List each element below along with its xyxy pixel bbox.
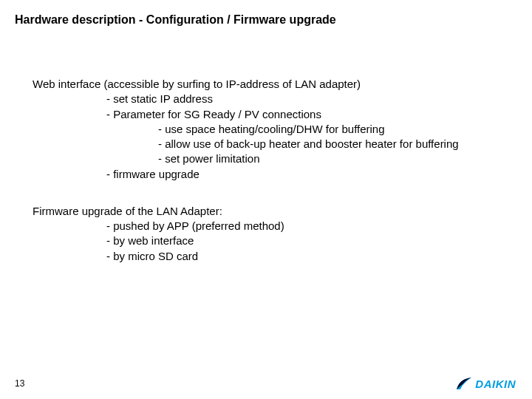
daikin-swoosh-icon	[456, 377, 472, 390]
page-title: Hardware description - Configuration / F…	[15, 13, 336, 27]
list-item: - allow use of back-up heater and booste…	[158, 137, 510, 151]
list-item: - by micro SD card	[106, 249, 510, 264]
list-item: - use space heating/cooling/DHW for buff…	[158, 122, 510, 137]
list-item: - by web interface	[106, 233, 510, 248]
spacer	[33, 182, 510, 204]
list-item: - set power limitation	[158, 151, 510, 166]
page-number: 13	[15, 378, 24, 389]
list-item: - pushed by APP (preferred method)	[106, 219, 510, 233]
body-content: Web interface (accessible by surfing to …	[33, 77, 510, 264]
list-item: - firmware upgrade	[106, 167, 510, 182]
section-heading: Web interface (accessible by surfing to …	[33, 77, 510, 92]
slide: Hardware description - Configuration / F…	[0, 0, 532, 399]
list-item: - set static IP address	[106, 92, 510, 106]
section-heading: Firmware upgrade of the LAN Adapter:	[33, 204, 510, 219]
brand-logo: DAIKIN	[456, 377, 516, 390]
list-item: - Parameter for SG Ready / PV connection…	[106, 107, 510, 122]
brand-name: DAIKIN	[475, 378, 516, 390]
